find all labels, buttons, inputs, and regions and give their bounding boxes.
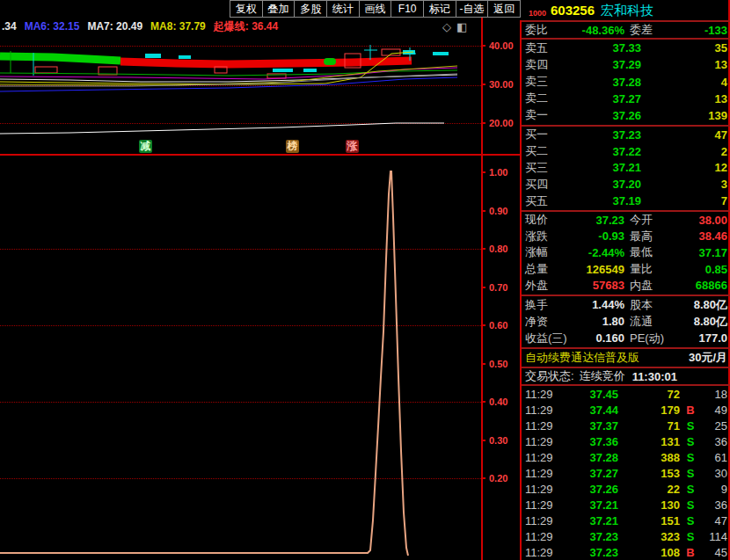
stock-name[interactable]: 宏和科技 bbox=[601, 3, 653, 19]
stat-label-2: 量比 bbox=[624, 261, 672, 277]
tick-volume: 388 bbox=[618, 451, 680, 464]
menu-button[interactable]: 叠加 bbox=[262, 0, 296, 18]
tick-price: 37.26 bbox=[564, 483, 618, 496]
y-tick-label: 0.50 bbox=[485, 345, 520, 383]
ma-value: MA8: 37.79 bbox=[150, 20, 206, 33]
tick-time: 11:29 bbox=[525, 419, 564, 433]
bid-price: 37.23 bbox=[569, 128, 641, 142]
stat-label-2: 最高 bbox=[624, 229, 672, 244]
status-row: 交易状态: 连续竞价 11:30:01 bbox=[522, 368, 730, 384]
fund-label-1: 换手 bbox=[525, 297, 576, 313]
stat-value-1: 37.23 bbox=[569, 214, 624, 227]
tick-volume: 72 bbox=[618, 388, 680, 401]
bid-row[interactable]: 买四 37.20 3 bbox=[522, 176, 730, 193]
bid-price: 37.21 bbox=[569, 161, 641, 174]
bid-levels: 买一 37.23 47 买二 37.22 2 买三 37.21 12 bbox=[522, 127, 730, 209]
ma-value: 起爆线: 36.44 bbox=[214, 20, 278, 33]
menu-button[interactable]: -自选 bbox=[456, 0, 489, 18]
panel-toggle-icon[interactable]: ◧ bbox=[456, 20, 472, 33]
main-chart bbox=[0, 33, 481, 155]
y-tick-label: 1.00 bbox=[485, 154, 520, 193]
y-tick-label: 0.40 bbox=[485, 383, 520, 422]
ask-price: 37.27 bbox=[569, 92, 641, 105]
tick-count: 45 bbox=[701, 546, 727, 559]
ask-label: 卖三 bbox=[525, 74, 569, 90]
ask-label: 卖五 bbox=[525, 40, 569, 56]
ask-row[interactable]: 卖三 37.28 4 bbox=[522, 73, 730, 90]
bid-label: 买四 bbox=[525, 177, 569, 193]
menu-button[interactable]: F10 bbox=[391, 0, 424, 18]
bid-row[interactable]: 买三 37.21 12 bbox=[522, 160, 730, 177]
stock-code: 603256 bbox=[551, 3, 595, 18]
tick-volume: 131 bbox=[618, 435, 680, 448]
tick-side: S bbox=[680, 498, 701, 512]
ask-label: 卖一 bbox=[525, 107, 569, 123]
fund-value-1: 1.44% bbox=[576, 298, 624, 311]
stat-label-1: 现价 bbox=[525, 212, 569, 228]
trend-band bbox=[0, 56, 412, 65]
y-tick-label: 0.20 bbox=[485, 460, 520, 498]
fund-row: 净资 1.80 流通 8.80亿 bbox=[522, 313, 730, 330]
ask-row[interactable]: 卖四 37.29 13 bbox=[522, 56, 730, 73]
tick-side: B bbox=[680, 404, 701, 417]
fund-row: 换手 1.44% 股本 8.80亿 bbox=[522, 296, 730, 313]
menu-button[interactable]: 多股 bbox=[294, 0, 327, 18]
bid-row[interactable]: 买五 37.19 7 bbox=[522, 193, 730, 209]
tick-count: 18 bbox=[701, 388, 727, 401]
stock-badge: 1000 bbox=[529, 9, 546, 18]
sub-chart-y-axis: 1.000.900.800.700.600.500.400.300.20 bbox=[485, 154, 520, 498]
menu-button[interactable]: 标记 bbox=[423, 0, 456, 18]
status-value: 连续竞价 bbox=[574, 368, 625, 384]
tick-volume: 153 bbox=[618, 467, 680, 480]
tick-volume: 151 bbox=[618, 514, 680, 527]
tick-price: 37.36 bbox=[564, 435, 618, 448]
ask-volume: 13 bbox=[641, 92, 727, 105]
tick-count: 9 bbox=[701, 483, 727, 496]
stat-label-2: 今开 bbox=[624, 212, 672, 228]
bid-label: 买二 bbox=[525, 143, 569, 159]
tick-count: 114 bbox=[701, 530, 727, 543]
ask-price: 37.33 bbox=[569, 41, 641, 55]
stat-label-1: 总量 bbox=[525, 261, 569, 277]
menu-button[interactable]: 统计 bbox=[326, 0, 360, 18]
chart-axis-border bbox=[481, 18, 483, 560]
promo-text: 自动续费通达信普及版 bbox=[525, 350, 685, 366]
ask-row[interactable]: 卖一 37.26 139 bbox=[522, 107, 730, 124]
weicha-label: 委差 bbox=[624, 22, 672, 38]
ask-volume: 4 bbox=[641, 76, 727, 89]
tick-price: 37.28 bbox=[564, 451, 618, 464]
stock-title-row: 1000 603256 宏和科技 bbox=[522, 0, 730, 20]
tick-time: 11:29 bbox=[525, 404, 564, 417]
tick-side: S bbox=[680, 514, 701, 527]
promo-banner: 自动续费通达信普及版 30元/月 bbox=[522, 349, 730, 366]
y-tick-label: 0.90 bbox=[485, 192, 520, 230]
ask-row[interactable]: 卖二 37.27 13 bbox=[522, 91, 730, 107]
stat-row: 外盘 57683 内盘 68866 bbox=[522, 277, 730, 294]
signal-marker: 减 bbox=[139, 140, 152, 153]
spike-line bbox=[0, 171, 408, 556]
sub-chart bbox=[0, 156, 481, 560]
tick-price: 37.21 bbox=[564, 498, 618, 512]
tick-volume: 108 bbox=[618, 546, 680, 559]
promo-price: 30元/月 bbox=[689, 350, 727, 366]
tick-side: S bbox=[680, 530, 701, 543]
menu-button[interactable]: 画线 bbox=[359, 0, 392, 18]
promo-row[interactable]: 自动续费通达信普及版 30元/月 bbox=[522, 349, 730, 366]
status-time: 11:30:01 bbox=[625, 370, 727, 383]
tick-list[interactable]: 11:29 37.45 72 18 11:29 37.44 179 B 49 1… bbox=[522, 386, 730, 560]
ask-levels: 卖五 37.33 35 卖四 37.29 13 卖三 37.28 4 bbox=[522, 40, 730, 124]
y-tick-label: 40.00 bbox=[485, 26, 520, 65]
tick-count: 47 bbox=[701, 514, 727, 527]
y-tick-label: 0.70 bbox=[485, 268, 520, 307]
tick-time: 11:29 bbox=[525, 498, 564, 512]
diamond-icon[interactable]: ◇ bbox=[442, 20, 456, 33]
tick-volume: 22 bbox=[618, 483, 680, 496]
tick-time: 11:29 bbox=[525, 467, 564, 480]
menu-button[interactable]: 复权 bbox=[230, 0, 263, 18]
ask-row[interactable]: 卖五 37.33 35 bbox=[522, 40, 730, 56]
bid-price: 37.20 bbox=[569, 178, 641, 191]
bid-row[interactable]: 买一 37.23 47 bbox=[522, 127, 730, 143]
bid-row[interactable]: 买二 37.22 2 bbox=[522, 143, 730, 160]
menu-button[interactable]: 返回 bbox=[487, 0, 521, 18]
tick-side: S bbox=[680, 451, 701, 464]
